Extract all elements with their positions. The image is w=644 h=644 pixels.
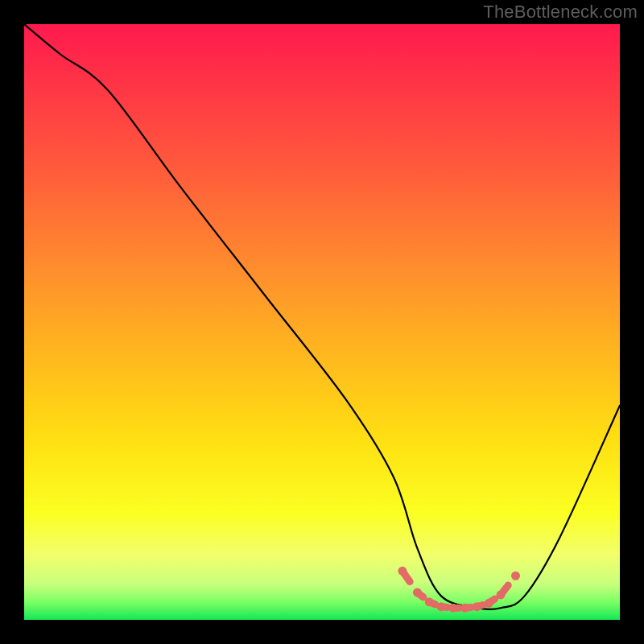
trough-dash [417,592,423,597]
trough-dash [402,571,410,581]
bottleneck-curve [24,24,620,609]
trough-dash [477,605,482,607]
trough-dash [501,585,508,595]
trough-dot [511,572,520,580]
trough-dash [465,607,471,608]
trough-dash [441,607,447,608]
chart-frame: TheBottleneck.com [0,0,644,644]
trough-dash [489,599,494,603]
plot-area [24,24,620,620]
watermark-label: TheBottleneck.com [483,2,638,23]
trough-dash [429,602,435,605]
curve-layer [24,24,620,620]
trough-marker [398,567,520,613]
